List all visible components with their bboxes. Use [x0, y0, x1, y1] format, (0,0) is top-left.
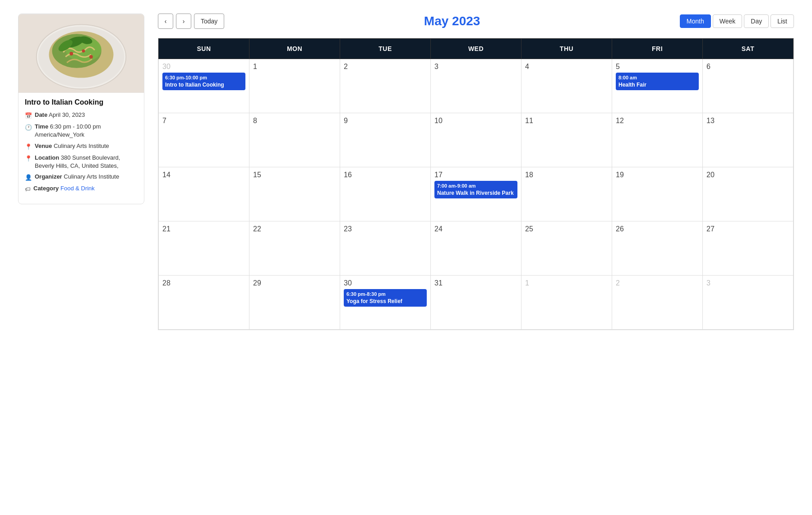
- day-number: 19: [616, 171, 699, 179]
- day-number: 5: [616, 63, 699, 71]
- calendar-header: ‹ › Today May 2023 Month Week Day List: [158, 14, 794, 29]
- event-time: 7:00 am-9:00 am: [437, 183, 515, 189]
- weekday-sun: SUN: [159, 39, 249, 59]
- today-button[interactable]: Today: [194, 14, 224, 29]
- calendar-week-row: 78910111213: [159, 113, 794, 167]
- calendar-event[interactable]: 6:30 pm-8:30 pmYoga for Stress Relief: [344, 289, 427, 307]
- day-number: 3: [434, 63, 517, 71]
- prev-button[interactable]: ‹: [158, 14, 173, 29]
- event-venue-detail: 📍 Venue Culinary Arts Institute: [25, 142, 138, 151]
- calendar-table: SUN MON TUE WED THU FRI SAT 306:30 pm-10…: [158, 38, 794, 330]
- calendar-day-cell[interactable]: 31: [431, 276, 521, 330]
- day-number: 2: [616, 279, 699, 287]
- view-week-button[interactable]: Week: [713, 14, 743, 28]
- calendar-day-cell[interactable]: 15: [249, 167, 340, 221]
- event-time: 6:30 pm-10:00 pm: [165, 74, 243, 81]
- calendar-day-cell[interactable]: 10: [431, 113, 521, 167]
- day-number: 2: [344, 63, 427, 71]
- day-number: 16: [344, 171, 427, 179]
- day-number: 23: [344, 225, 427, 233]
- calendar-day-cell[interactable]: 21: [159, 221, 249, 276]
- day-number: 3: [706, 279, 789, 287]
- day-number: 9: [344, 117, 427, 125]
- day-number: 10: [434, 117, 517, 125]
- calendar-section: ‹ › Today May 2023 Month Week Day List S…: [158, 14, 794, 501]
- calendar-day-cell[interactable]: 2: [612, 276, 703, 330]
- calendar-title: May 2023: [424, 14, 480, 28]
- calendar-day-cell[interactable]: 306:30 pm-8:30 pmYoga for Stress Relief: [340, 276, 431, 330]
- calendar-day-cell[interactable]: 58:00 amHealth Fair: [612, 59, 703, 113]
- event-name: Intro to Italian Cooking: [165, 81, 243, 88]
- calendar-event[interactable]: 8:00 amHealth Fair: [616, 73, 699, 90]
- calendar-day-cell[interactable]: 23: [340, 221, 431, 276]
- event-card: Intro to Italian Cooking 📅 Date April 30…: [18, 14, 144, 204]
- calendar-day-cell[interactable]: 14: [159, 167, 249, 221]
- calendar-day-cell[interactable]: 1: [521, 276, 612, 330]
- calendar-day-cell[interactable]: 20: [703, 167, 794, 221]
- weekday-tue: TUE: [340, 39, 431, 59]
- calendar-day-cell[interactable]: 11: [521, 113, 612, 167]
- calendar-day-cell[interactable]: 3: [431, 59, 521, 113]
- calendar-day-cell[interactable]: 18: [521, 167, 612, 221]
- event-image: [18, 14, 144, 93]
- calendar-day-cell[interactable]: 16: [340, 167, 431, 221]
- calendar-day-cell[interactable]: 2: [340, 59, 431, 113]
- day-number: 25: [525, 225, 608, 233]
- day-number: 21: [162, 225, 245, 233]
- calendar-day-cell[interactable]: 9: [340, 113, 431, 167]
- calendar-grid: SUN MON TUE WED THU FRI SAT 306:30 pm-10…: [158, 38, 794, 330]
- weekday-thu: THU: [521, 39, 612, 59]
- svg-point-6: [69, 52, 73, 55]
- calendar-event[interactable]: 7:00 am-9:00 amNature Walk in Riverside …: [434, 181, 517, 198]
- calendar-day-cell[interactable]: 29: [249, 276, 340, 330]
- calendar-day-cell[interactable]: 26: [612, 221, 703, 276]
- day-number: 18: [525, 171, 608, 179]
- calendar-event[interactable]: 6:30 pm-10:00 pmIntro to Italian Cooking: [162, 73, 245, 90]
- calendar-day-cell[interactable]: 24: [431, 221, 521, 276]
- view-list-button[interactable]: List: [770, 14, 794, 28]
- calendar-day-cell[interactable]: 306:30 pm-10:00 pmIntro to Italian Cooki…: [159, 59, 249, 113]
- day-number: 1: [253, 63, 336, 71]
- view-day-button[interactable]: Day: [744, 14, 769, 28]
- day-number: 15: [253, 171, 336, 179]
- nav-buttons: ‹ › Today: [158, 14, 224, 29]
- weekday-fri: FRI: [612, 39, 703, 59]
- view-buttons: Month Week Day List: [680, 14, 794, 28]
- day-number: 27: [706, 225, 789, 233]
- svg-point-8: [89, 55, 93, 59]
- day-number: 30: [162, 63, 245, 71]
- calendar-day-cell[interactable]: 177:00 am-9:00 amNature Walk in Riversid…: [431, 167, 521, 221]
- day-number: 29: [253, 279, 336, 287]
- calendar-day-cell[interactable]: 7: [159, 113, 249, 167]
- weekday-row: SUN MON TUE WED THU FRI SAT: [159, 39, 794, 59]
- event-name: Nature Walk in Riverside Park: [437, 189, 515, 197]
- calendar-day-cell[interactable]: 25: [521, 221, 612, 276]
- day-number: 31: [434, 279, 517, 287]
- calendar-day-cell[interactable]: 3: [703, 276, 794, 330]
- calendar-day-cell[interactable]: 4: [521, 59, 612, 113]
- day-number: 12: [616, 117, 699, 125]
- event-time-detail: 🕐 Time 6:30 pm - 10:00 pmAmerica/New_Yor…: [25, 123, 138, 139]
- person-icon: 👤: [25, 174, 32, 182]
- calendar-day-cell[interactable]: 1: [249, 59, 340, 113]
- day-number: 20: [706, 171, 789, 179]
- day-number: 1: [525, 279, 608, 287]
- event-name: Health Fair: [618, 81, 696, 88]
- event-organizer-detail: 👤 Organizer Culinary Arts Institute: [25, 173, 138, 182]
- calendar-day-cell[interactable]: 27: [703, 221, 794, 276]
- sidebar: Intro to Italian Cooking 📅 Date April 30…: [18, 14, 144, 501]
- calendar-day-cell[interactable]: 19: [612, 167, 703, 221]
- calendar-day-cell[interactable]: 22: [249, 221, 340, 276]
- next-button[interactable]: ›: [176, 14, 191, 29]
- calendar-day-cell[interactable]: 8: [249, 113, 340, 167]
- weekday-sat: SAT: [703, 39, 794, 59]
- view-month-button[interactable]: Month: [680, 14, 711, 28]
- calendar-day-cell[interactable]: 28: [159, 276, 249, 330]
- event-title: Intro to Italian Cooking: [25, 98, 138, 106]
- calendar-day-cell[interactable]: 6: [703, 59, 794, 113]
- calendar-day-cell[interactable]: 12: [612, 113, 703, 167]
- calendar-day-cell[interactable]: 13: [703, 113, 794, 167]
- calendar-week-row: 2829306:30 pm-8:30 pmYoga for Stress Rel…: [159, 276, 794, 330]
- location-pin-icon: 📍: [25, 155, 32, 163]
- day-number: 30: [344, 279, 427, 287]
